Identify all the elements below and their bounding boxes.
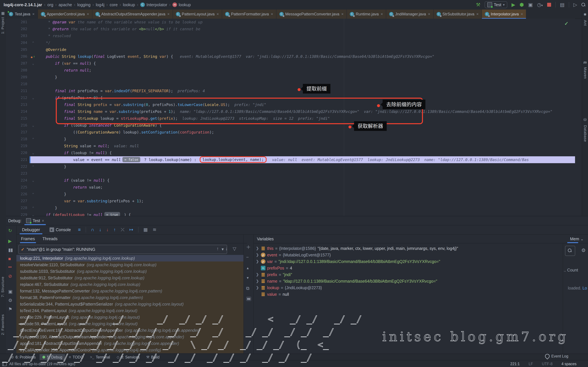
variable-row[interactable]: ❯prefix = "jndi" bbox=[256, 271, 562, 278]
close-icon[interactable] bbox=[381, 12, 383, 17]
tab-frames[interactable]: Frames bbox=[20, 234, 36, 243]
run-anything-icon[interactable]: ▷ bbox=[573, 2, 577, 7]
frame-row[interactable]: encode:59, PatternLayout (org.apache.log… bbox=[17, 320, 243, 327]
drop-frame-icon[interactable]: ⤬ bbox=[121, 227, 124, 232]
tool-button-terminal[interactable]: >_Terminal bbox=[87, 354, 113, 360]
copy-icon[interactable]: ⧉ bbox=[246, 286, 249, 291]
breadcrumb-item[interactable]: lookup bbox=[123, 2, 135, 7]
remove-watch-icon[interactable]: − bbox=[246, 255, 249, 259]
view-breakpoints-icon[interactable]: ●● bbox=[8, 266, 12, 268]
fold-marker[interactable]: ⌄ bbox=[30, 122, 37, 129]
close-icon[interactable] bbox=[341, 12, 344, 17]
frame-row[interactable]: replace:467, StrSubstitutor (org.apache.… bbox=[17, 281, 243, 288]
fold-marker[interactable]: ⌄ bbox=[30, 150, 37, 156]
stop-button[interactable] bbox=[547, 3, 551, 7]
memory-search-box[interactable] bbox=[565, 246, 575, 256]
indent-style[interactable]: 4 spaces bbox=[562, 362, 577, 366]
debug-session-tab[interactable]: Test bbox=[25, 216, 46, 225]
code-line-205[interactable]: 205 @Override bbox=[6, 46, 575, 53]
code-line-206[interactable]: 206⌄↑ public String lookup(final LogEven… bbox=[6, 53, 575, 60]
pause-icon[interactable]: ▮▮ bbox=[8, 248, 13, 252]
search-everywhere-icon[interactable] bbox=[581, 3, 585, 7]
event-log-button[interactable]: Event Log bbox=[545, 354, 568, 359]
close-icon[interactable] bbox=[476, 12, 479, 17]
code-line-220[interactable]: 220⌄ if (lookup != null) { bbox=[6, 150, 575, 156]
show-watches-icon[interactable]: ∞ bbox=[246, 297, 251, 301]
step-over-icon[interactable]: ∩ bbox=[91, 227, 94, 232]
prev-frame-icon[interactable]: ↑ bbox=[216, 246, 219, 251]
variable-row[interactable]: ❯this = {Interpolator@1586} "{date, java… bbox=[256, 245, 562, 252]
code-line-207[interactable]: 207⌄ if (var == null) { bbox=[6, 60, 575, 67]
code-line-208[interactable]: 208 return null; bbox=[6, 67, 575, 74]
rerun-icon[interactable]: ↻ bbox=[8, 228, 12, 233]
fold-marker[interactable]: ⌄ bbox=[30, 211, 37, 216]
tool-button-6-problems[interactable]: ⊘6: Problems bbox=[8, 354, 38, 360]
breadcrumb-item[interactable]: logging bbox=[77, 2, 91, 7]
frame-row[interactable]: tryCallAppender:156, AppenderControl (or… bbox=[17, 347, 243, 353]
expand-arrow-icon[interactable]: ❯ bbox=[256, 253, 259, 257]
editor-tab-interpolator-java[interactable]: CInterpolator.java bbox=[482, 9, 526, 19]
tool-button-8-services[interactable]: ◇8: Services bbox=[114, 354, 142, 360]
stop-icon[interactable]: ■ bbox=[8, 257, 11, 261]
expand-arrow-icon[interactable]: ❯ bbox=[256, 246, 259, 250]
code-line-204[interactable]: 204⌃ */ bbox=[6, 39, 575, 46]
frame-row[interactable]: directEncodeEvent:197, AbstractOutputStr… bbox=[17, 327, 243, 334]
tool-button-structure[interactable]: 7: Structure bbox=[1, 276, 5, 297]
tool-button-database[interactable]: Database bbox=[583, 125, 587, 142]
debug-button[interactable]: ⬢ bbox=[519, 2, 524, 7]
code-line-201[interactable]: 201 * @param var the name of the variabl… bbox=[6, 19, 575, 25]
coverage-button[interactable]: ▣ bbox=[528, 2, 533, 7]
build-hammer-icon[interactable]: ⚒ bbox=[476, 2, 480, 7]
mute-breakpoints-icon[interactable]: ⊘ bbox=[8, 274, 12, 279]
code-line-210[interactable]: 210 bbox=[6, 81, 575, 87]
fold-marker[interactable]: ⌃ bbox=[30, 136, 37, 142]
code-line-219[interactable]: 219 String value = null; value: null bbox=[6, 142, 575, 150]
breadcrumb-class[interactable]: Interpolator bbox=[147, 2, 167, 7]
variable-row[interactable]: ❯pvar = "jndi:ldap://127.0.0.1:1389/Basi… bbox=[256, 258, 562, 265]
code-line-209[interactable]: 209 } bbox=[6, 74, 575, 81]
frame-row[interactable]: toText:244, PatternLayout (org.apache.lo… bbox=[17, 307, 243, 314]
next-frame-icon[interactable]: ↓ bbox=[225, 246, 228, 251]
close-icon[interactable] bbox=[32, 12, 35, 17]
variable-row[interactable]: ❯pevent = {MutableLogEvent@1577} bbox=[256, 252, 562, 258]
tool-button-todo[interactable]: ≡TODO bbox=[66, 354, 86, 360]
run-configuration-select[interactable]: Test ▾ bbox=[485, 1, 507, 8]
close-icon[interactable] bbox=[216, 12, 219, 17]
breadcrumb-item[interactable]: org bbox=[47, 2, 53, 7]
variables-list[interactable]: ❯this = {Interpolator@1586} "{date, java… bbox=[253, 245, 562, 354]
pin-icon[interactable]: ⚑ bbox=[8, 307, 12, 312]
caret-position[interactable]: 221:1 bbox=[510, 362, 520, 366]
settings-gear-icon[interactable]: ⚙ bbox=[8, 298, 12, 303]
run-to-cursor-icon[interactable]: ↦ bbox=[129, 227, 133, 232]
tool-button-5-debug[interactable]: ⬢5: Debug bbox=[40, 354, 65, 360]
fold-marker[interactable]: ⌃ bbox=[30, 39, 37, 46]
editor-tab-patternformatter-java[interactable]: CPatternFormatter.java bbox=[222, 9, 277, 19]
expand-arrow-icon[interactable]: ❯ bbox=[256, 279, 259, 283]
filter-icon[interactable]: ▽ bbox=[233, 246, 236, 251]
ant-icon[interactable]: ✱ bbox=[582, 12, 588, 17]
resume-icon[interactable]: ▶ bbox=[8, 239, 12, 243]
frames-list[interactable]: lookup:221, Interpolator (org.apache.log… bbox=[17, 255, 243, 354]
scroll-up-icon[interactable]: ▲ bbox=[246, 267, 249, 270]
fold-marker[interactable]: ⌃ bbox=[30, 163, 37, 170]
breadcrumb-method[interactable]: lookup bbox=[179, 2, 191, 7]
code-line-218[interactable]: 218⌃ } bbox=[6, 136, 575, 142]
editor-tab-test-java[interactable]: CTest.java bbox=[6, 9, 38, 19]
editor-tab-jndimanager-java[interactable]: CJndiManager.java bbox=[386, 9, 433, 19]
frame-row[interactable]: format:38, PatternFormatter (org.apache.… bbox=[17, 294, 243, 301]
tab-memory[interactable]: Mem ⌄ bbox=[570, 237, 584, 241]
fold-marker[interactable]: ⌄↑ bbox=[30, 53, 37, 60]
layout-settings-icon[interactable]: ≋ bbox=[153, 227, 156, 232]
frame-row[interactable]: resolveVariable:1110, StrSubstitutor (or… bbox=[17, 261, 243, 268]
screenshot-icon[interactable]: ▣ bbox=[8, 289, 12, 294]
code-line-203[interactable]: 203 * resolved bbox=[6, 33, 575, 39]
line-ending[interactable]: LF bbox=[529, 362, 533, 366]
breadcrumb-item[interactable]: apache bbox=[59, 2, 72, 7]
fold-marker[interactable]: ⌄ bbox=[30, 60, 37, 67]
tab-debugger[interactable]: Debugger bbox=[20, 225, 42, 234]
step-into-icon[interactable]: ↓ bbox=[99, 227, 101, 232]
project-structure-icon[interactable]: ▤ bbox=[560, 2, 564, 7]
editor-tab-abstractoutputstreamappender-java[interactable]: CAbstractOutputStreamAppender.java bbox=[92, 9, 173, 19]
breadcrumb-item[interactable]: core bbox=[110, 2, 118, 7]
editor-tab-messagepatternconverter-java[interactable]: CMessagePatternConverter.java bbox=[277, 9, 347, 19]
